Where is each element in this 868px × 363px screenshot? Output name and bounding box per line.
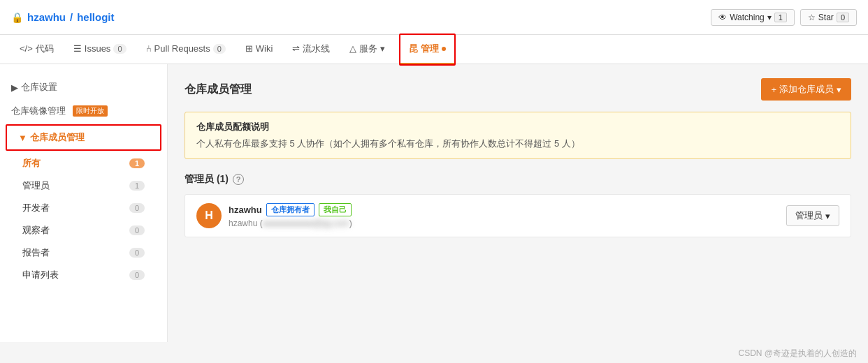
info-box-text: 个人私有仓库最多支持 5 人协作（如个人拥有多个私有仓库，所有协作人数总计不得超… bbox=[196, 138, 839, 150]
tab-manage-wrapper: 昆 管理 bbox=[399, 34, 456, 66]
nav-tabs: </> 代码 ☰ Issues 0 ⑃ Pull Requests 0 ⊞ Wi… bbox=[0, 35, 868, 64]
member-details: hzawhu 仓库拥有者 我自己 hzawhu (●●●●●●●●●●@qq.c… bbox=[229, 203, 352, 228]
tab-pipeline-label: 流水线 bbox=[303, 43, 330, 55]
tab-wiki[interactable]: ⊞ Wiki bbox=[237, 35, 282, 64]
tab-issues[interactable]: ☰ Issues 0 bbox=[65, 35, 135, 64]
main-header: 仓库成员管理 + 添加仓库成员 ▾ bbox=[185, 78, 851, 101]
tab-code[interactable]: </> 代码 bbox=[11, 35, 62, 64]
email-prefix: hzawhu ( bbox=[229, 218, 263, 228]
sub-applications-label: 申请列表 bbox=[22, 269, 59, 281]
email-blurred: ●●●●●●●●●●@qq.com bbox=[263, 218, 349, 228]
repo-name[interactable]: hellogit bbox=[77, 11, 114, 23]
sidebar-sub-admin[interactable]: 管理员 1 bbox=[0, 175, 167, 197]
add-member-button[interactable]: + 添加仓库成员 ▾ bbox=[761, 78, 851, 101]
add-icon: + bbox=[771, 84, 776, 95]
sidebar-sub-observer[interactable]: 观察者 0 bbox=[0, 219, 167, 242]
chevron-down-icon: ▼ bbox=[18, 133, 27, 143]
content-area: ▶ 仓库设置 仓库镜像管理 限时开放 ▼ 仓库成员管理 所有 1 管理员 1 开… bbox=[0, 64, 868, 342]
sub-observer-count: 0 bbox=[129, 225, 145, 235]
add-member-label: 添加仓库成员 bbox=[779, 83, 834, 96]
pr-icon: ⑃ bbox=[146, 43, 152, 54]
admin-section-label: 管理员 (1) bbox=[185, 173, 229, 186]
member-role-button[interactable]: 管理员 ▾ bbox=[786, 205, 839, 226]
tab-pr-label: Pull Requests bbox=[154, 43, 210, 54]
watching-count: 1 bbox=[774, 13, 787, 22]
role-label: 管理员 bbox=[795, 209, 823, 222]
tab-services[interactable]: △ 服务 ▾ bbox=[341, 35, 393, 64]
eye-icon: 👁 bbox=[718, 13, 727, 22]
tab-code-label: 代码 bbox=[36, 43, 54, 55]
sidebar-sub-applications[interactable]: 申请列表 0 bbox=[0, 264, 167, 286]
chevron-right-icon: ▶ bbox=[11, 82, 18, 93]
sub-reporter-label: 报告者 bbox=[22, 246, 50, 259]
add-member-dropdown-icon: ▾ bbox=[837, 84, 841, 95]
member-name: hzawhu 仓库拥有者 我自己 bbox=[229, 203, 352, 216]
member-email: hzawhu (●●●●●●●●●●@qq.com) bbox=[229, 218, 352, 228]
sidebar-sub-all[interactable]: 所有 1 bbox=[0, 152, 167, 175]
star-icon: ☆ bbox=[808, 13, 816, 22]
manage-dot bbox=[442, 47, 446, 51]
role-dropdown-icon: ▾ bbox=[825, 211, 830, 221]
self-tag: 我自己 bbox=[319, 203, 352, 216]
member-username[interactable]: hzawhu bbox=[229, 205, 262, 215]
watching-button[interactable]: 👁 Watching ▾ 1 bbox=[711, 9, 795, 26]
sub-observer-label: 观察者 bbox=[22, 224, 50, 237]
sidebar-mirror-management[interactable]: 仓库镜像管理 限时开放 bbox=[0, 99, 167, 123]
star-button[interactable]: ☆ Star 0 bbox=[800, 9, 857, 26]
sub-reporter-count: 0 bbox=[129, 248, 145, 258]
sub-admin-count: 1 bbox=[129, 181, 145, 191]
star-count: 0 bbox=[837, 13, 849, 22]
watching-dropdown-icon: ▾ bbox=[767, 13, 772, 22]
header-actions: 👁 Watching ▾ 1 ☆ Star 0 bbox=[711, 9, 857, 26]
info-box-title: 仓库成员配额说明 bbox=[196, 121, 839, 133]
tab-issues-label: Issues bbox=[85, 43, 111, 54]
sidebar-mirror-label: 仓库镜像管理 bbox=[11, 105, 66, 117]
tab-manage-label: 管理 bbox=[421, 43, 439, 55]
sidebar-repo-settings-label: 仓库设置 bbox=[21, 81, 57, 94]
email-suffix: ) bbox=[349, 218, 352, 228]
repo-owner[interactable]: hzawhu bbox=[27, 11, 66, 23]
avatar: H bbox=[196, 203, 222, 228]
footer: CSDN @奇迹是执着的人创造的 bbox=[0, 342, 868, 363]
sidebar-member-manage[interactable]: ▼ 仓库成员管理 bbox=[7, 126, 160, 149]
sidebar-sub-developer[interactable]: 开发者 0 bbox=[0, 197, 167, 219]
tab-pullrequests[interactable]: ⑃ Pull Requests 0 bbox=[138, 35, 234, 64]
sub-developer-count: 0 bbox=[129, 203, 145, 213]
sidebar-sub-items: 所有 1 管理员 1 开发者 0 观察者 0 报告者 0 申请列表 0 bbox=[0, 152, 167, 286]
page-title: 仓库成员管理 bbox=[185, 82, 252, 97]
main-content: 仓库成员管理 + 添加仓库成员 ▾ 仓库成员配额说明 个人私有仓库最多支持 5 … bbox=[168, 64, 868, 342]
sub-admin-label: 管理员 bbox=[22, 179, 50, 192]
watermark-text: CSDN @奇迹是执着的人创造的 bbox=[738, 348, 857, 358]
sidebar-sub-reporter[interactable]: 报告者 0 bbox=[0, 242, 167, 264]
wiki-icon: ⊞ bbox=[245, 43, 253, 54]
services-icon: △ bbox=[349, 43, 356, 54]
top-header: 🔒 hzawhu / hellogit 👁 Watching ▾ 1 ☆ Sta… bbox=[0, 0, 868, 35]
sidebar-repo-settings[interactable]: ▶ 仓库设置 bbox=[0, 75, 167, 99]
member-info: H hzawhu 仓库拥有者 我自己 hzawhu (●●●●●●●●●●@qq… bbox=[196, 203, 352, 228]
services-dropdown-icon: ▾ bbox=[380, 43, 385, 54]
owner-tag: 仓库拥有者 bbox=[266, 203, 314, 216]
admin-section-header: 管理员 (1) ? bbox=[185, 173, 851, 186]
repo-separator: / bbox=[70, 11, 73, 23]
manage-icon: 昆 bbox=[409, 43, 418, 55]
pipeline-icon: ⇌ bbox=[292, 43, 300, 54]
issues-badge: 0 bbox=[113, 44, 126, 54]
tab-pipeline[interactable]: ⇌ 流水线 bbox=[284, 35, 338, 64]
code-icon: </> bbox=[20, 43, 33, 54]
lock-icon: 🔒 bbox=[11, 12, 23, 23]
limited-badge: 限时开放 bbox=[73, 105, 108, 117]
sub-all-count: 1 bbox=[129, 158, 145, 168]
sidebar-manage-wrapper: ▼ 仓库成员管理 bbox=[6, 124, 161, 151]
tab-wiki-label: Wiki bbox=[256, 43, 273, 54]
sub-applications-count: 0 bbox=[129, 270, 145, 280]
repo-title: 🔒 hzawhu / hellogit bbox=[11, 11, 115, 23]
sub-developer-label: 开发者 bbox=[22, 202, 50, 214]
question-icon[interactable]: ? bbox=[233, 174, 244, 185]
issues-icon: ☰ bbox=[73, 43, 82, 54]
tab-manage[interactable]: 昆 管理 bbox=[400, 35, 454, 64]
sidebar-member-manage-label: 仓库成员管理 bbox=[30, 131, 85, 144]
star-label: Star bbox=[818, 13, 834, 22]
tab-services-label: 服务 bbox=[359, 43, 377, 55]
info-box: 仓库成员配额说明 个人私有仓库最多支持 5 人协作（如个人拥有多个私有仓库，所有… bbox=[185, 112, 851, 159]
sub-all-label: 所有 bbox=[22, 157, 41, 170]
